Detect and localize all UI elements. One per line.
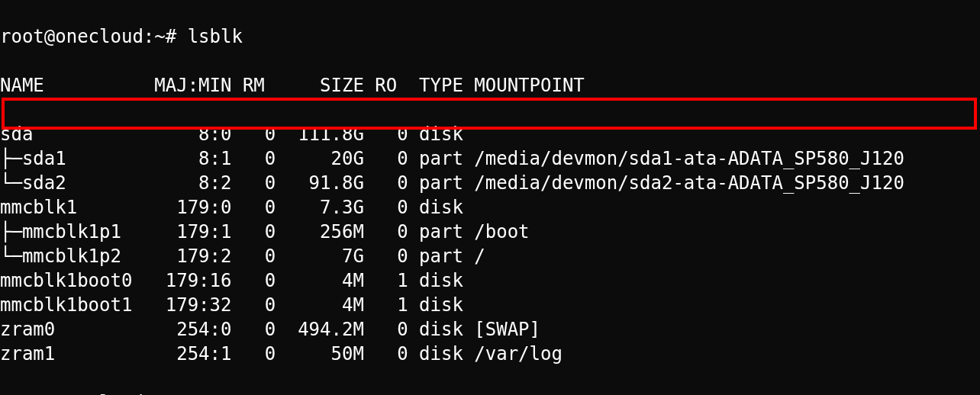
prompt-line-1: root@onecloud:~# lsblk	[0, 24, 980, 49]
prompt-path: :~#	[143, 26, 176, 47]
prompt-user-host: root@onecloud	[0, 392, 143, 395]
lsblk-row: mmcblk1boot1 179:32 0 4M 1 disk	[0, 293, 980, 317]
lsblk-row: zram1 254:1 0 50M 0 disk /var/log	[0, 342, 980, 366]
lsblk-header: NAME MAJ:MIN RM SIZE RO TYPE MOUNTPOINT	[0, 73, 980, 98]
lsblk-row: mmcblk1boot0 179:16 0 4M 1 disk	[0, 268, 980, 293]
lsblk-row: └─mmcblk1p2 179:2 0 7G 0 part /	[0, 244, 980, 268]
prompt-line-2: root@onecloud:~#	[0, 390, 980, 395]
lsblk-row: zram0 254:0 0 494.2M 0 disk [SWAP]	[0, 317, 980, 342]
lsblk-row: └─sda2 8:2 0 91.8G 0 part /media/devmon/…	[0, 171, 980, 195]
lsblk-row: sda 8:0 0 111.8G 0 disk	[0, 122, 980, 146]
command-text: lsblk	[188, 26, 243, 47]
terminal-output[interactable]: root@onecloud:~# lsblk NAME MAJ:MIN RM S…	[0, 0, 980, 395]
lsblk-row: ├─sda1 8:1 0 20G 0 part /media/devmon/sd…	[0, 146, 980, 171]
prompt-user-host: root@onecloud	[0, 26, 143, 47]
lsblk-row: ├─mmcblk1p1 179:1 0 256M 0 part /boot	[0, 220, 980, 244]
lsblk-row: mmcblk1 179:0 0 7.3G 0 disk	[0, 195, 980, 220]
prompt-path: :~#	[143, 392, 176, 395]
